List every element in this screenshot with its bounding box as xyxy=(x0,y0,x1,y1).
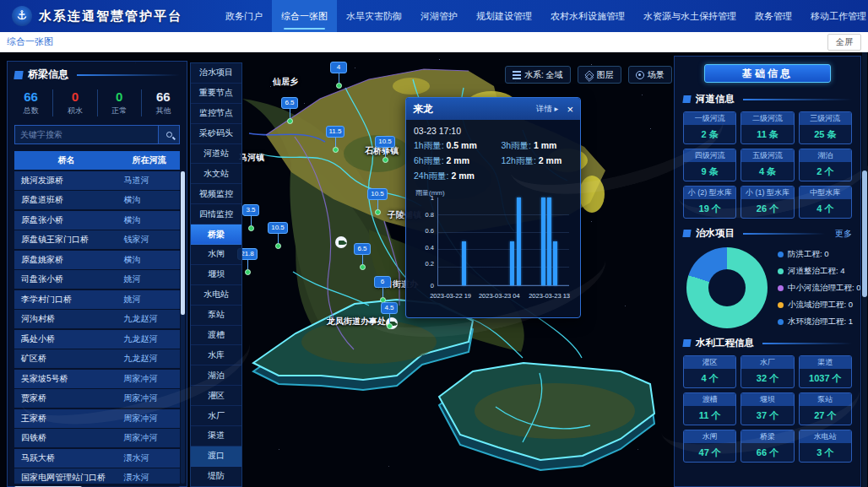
search-icon xyxy=(166,132,172,138)
station-marker[interactable]: 3.5 xyxy=(239,200,263,231)
section-marker-icon xyxy=(682,339,691,347)
popup-header: 来龙 详情 ▸ × xyxy=(406,98,580,120)
table-row[interactable]: 李学村门口桥姚河 xyxy=(14,290,180,309)
layers-button[interactable]: 图层 xyxy=(578,66,621,84)
fullscreen-button[interactable]: 全屏 xyxy=(827,34,861,51)
breadcrumb[interactable]: 综合一张图 xyxy=(7,35,53,48)
search-bar xyxy=(14,125,180,144)
layer-item-dike[interactable]: 堤防 xyxy=(191,467,241,487)
nav-item-planning[interactable]: 规划建设管理 xyxy=(467,0,541,32)
layer-item-hydro-station[interactable]: 水文站 xyxy=(191,164,241,184)
table-row[interactable]: 司盘张小桥姚河 xyxy=(14,270,180,289)
table-row[interactable]: 姚河发源桥马道河 xyxy=(14,171,180,190)
popup-title: 来龙 xyxy=(413,102,433,116)
nav-item-river-care[interactable]: 河湖管护 xyxy=(411,0,467,32)
station-marker[interactable]: 10.5 xyxy=(266,218,290,249)
chart-bar xyxy=(510,241,514,285)
info-card: 一级河流2 条 xyxy=(683,111,736,144)
station-marker[interactable]: 10.5 xyxy=(373,132,397,163)
scrollbar-thumb[interactable] xyxy=(862,170,867,297)
nav-item-gov-admin[interactable]: 政务管理 xyxy=(746,0,801,32)
station-marker[interactable]: 10.5 xyxy=(366,184,389,215)
nav-menu: 政务门户 综合一张图 水旱灾害防御 河湖管护 规划建设管理 农村水利设施管理 水… xyxy=(216,0,868,32)
popup-body: 03-23 17:10 1h雨量:0.5 mm 3h雨量:1 mm 6h雨量:2… xyxy=(406,120,580,304)
layer-item-sand-dock[interactable]: 采砂码头 xyxy=(191,124,241,144)
layer-item-sluice[interactable]: 水闸 xyxy=(191,245,241,265)
more-link[interactable]: 更多 xyxy=(835,228,852,240)
rain-stat: 3h雨量:1 mm xyxy=(501,140,572,152)
table-row[interactable]: 贾家桥周家冲河 xyxy=(14,389,180,408)
table-row[interactable]: 原盘张小桥横沟 xyxy=(14,211,180,230)
station-marker[interactable]: 11.5 xyxy=(323,122,347,153)
table-row[interactable]: 国家电网管理站门口桥澴水河 xyxy=(14,468,180,484)
layer-item-hydropower[interactable]: 水电站 xyxy=(191,285,241,306)
nav-item-one-map[interactable]: 综合一张图 xyxy=(272,0,337,32)
rainfall-bar-chart: 雨量(mm) 10.8 0.60.4 0.20 2023-03-22 19202… xyxy=(414,188,572,300)
layer-item-monitor-nodes[interactable]: 监控节点 xyxy=(191,104,241,124)
layer-item-bridge[interactable]: 桥梁 xyxy=(191,225,241,245)
legend-item: 中小河流治理工程: 0 xyxy=(778,283,861,294)
chart-x-tick: 2023-03-22 19 xyxy=(430,292,471,300)
stat-flooded: 0积水 xyxy=(53,89,97,116)
layer-item-weir[interactable]: 堰坝 xyxy=(191,265,241,285)
search-input[interactable] xyxy=(14,125,158,144)
layer-item-pump[interactable]: 泵站 xyxy=(191,306,241,326)
layer-item-river-station[interactable]: 河道站 xyxy=(191,144,241,165)
search-button[interactable] xyxy=(158,125,180,144)
section-marker-icon xyxy=(682,95,691,103)
info-card: 水厂32 个 xyxy=(741,355,794,388)
basic-info-button[interactable]: 基础信息 xyxy=(704,64,831,83)
layer-item-ferry[interactable]: 渡口 xyxy=(191,446,241,467)
layer-item-reservoir[interactable]: 水库 xyxy=(191,345,241,365)
camera-marker-icon[interactable] xyxy=(335,236,347,248)
observation-time: 03-23 17:10 xyxy=(414,126,572,136)
table-row[interactable]: 四铁桥周家冲河 xyxy=(14,429,180,447)
info-card: 渡槽11 个 xyxy=(683,392,736,425)
station-marker[interactable]: 4 xyxy=(327,57,350,89)
table-row[interactable]: 吴家坡5号桥周家冲河 xyxy=(14,370,180,388)
layer-item-irrigation[interactable]: 灌区 xyxy=(191,386,241,406)
nav-item-portal[interactable]: 政务门户 xyxy=(216,0,272,32)
table-row[interactable]: 马跃大桥澴水河 xyxy=(14,449,180,468)
table-row[interactable]: 原盘镇王家门口桥钱家河 xyxy=(14,230,180,249)
nav-item-mobile-work[interactable]: 移动工作管理 xyxy=(801,0,868,32)
station-dot-icon xyxy=(333,147,339,153)
table-row[interactable]: 原盘道班桥横沟 xyxy=(14,191,180,209)
map-toolbar: 水系: 全域 图层 场景 xyxy=(505,66,672,84)
rainfall-stats: 1h雨量:0.5 mm 3h雨量:1 mm 6h雨量:2 mm 12h雨量:2 … xyxy=(414,140,572,182)
scrollbar-thumb[interactable] xyxy=(181,171,185,315)
layer-item-condition[interactable]: 四情监控 xyxy=(191,204,241,225)
info-card: 堰坝37 个 xyxy=(741,392,794,425)
table-row[interactable]: 矿区桥九龙赵河 xyxy=(14,349,180,368)
station-marker[interactable]: 4.5 xyxy=(377,298,401,329)
station-marker[interactable]: 6.5 xyxy=(278,93,301,124)
layer-item-channel[interactable]: 渠道 xyxy=(191,426,241,446)
layer-item-projects[interactable]: 治水项目 xyxy=(191,63,241,84)
table-row[interactable]: 禹处小桥九龙赵河 xyxy=(14,330,180,349)
layer-item-key-nodes[interactable]: 重要节点 xyxy=(191,84,241,104)
station-marker[interactable]: 6.5 xyxy=(350,239,374,270)
scene-button[interactable]: 场景 xyxy=(628,66,672,84)
info-card: 水电站3 个 xyxy=(799,430,852,463)
header-divider xyxy=(77,74,180,76)
nav-item-flood[interactable]: 水旱灾害防御 xyxy=(337,0,411,32)
layer-item-video[interactable]: 视频监控 xyxy=(191,184,241,204)
window-scrollbar[interactable] xyxy=(862,52,867,487)
chart-x-tick: 2023-03-23 13 xyxy=(529,292,570,300)
layer-item-lake[interactable]: 湖泊 xyxy=(191,365,241,386)
table-row[interactable]: 河沟村桥九龙赵河 xyxy=(14,310,180,328)
table-scrollbar[interactable] xyxy=(181,171,185,484)
section-marker-icon xyxy=(682,230,691,237)
nav-item-rural-facility[interactable]: 农村水利设施管理 xyxy=(541,0,634,32)
table-row[interactable]: 王家桥周家冲河 xyxy=(14,409,180,428)
layer-item-waterworks[interactable]: 水厂 xyxy=(191,406,241,426)
nav-item-water-resource[interactable]: 水资源与水土保持管理 xyxy=(634,0,746,32)
popup-detail-link[interactable]: 详情 ▸ xyxy=(536,104,558,115)
river-cards: 一级河流2 条 二级河流11 条 三级河流25 条 四级河流9 条 五级河流4 … xyxy=(683,111,852,219)
layer-item-aqueduct[interactable]: 渡槽 xyxy=(191,326,241,346)
table-row[interactable]: 原盘姚家桥横沟 xyxy=(14,251,180,269)
legend-item: 防洪工程: 0 xyxy=(778,249,861,260)
app-logo-icon xyxy=(12,6,32,26)
water-system-selector[interactable]: 水系: 全域 xyxy=(505,66,571,84)
close-icon[interactable]: × xyxy=(567,104,573,115)
